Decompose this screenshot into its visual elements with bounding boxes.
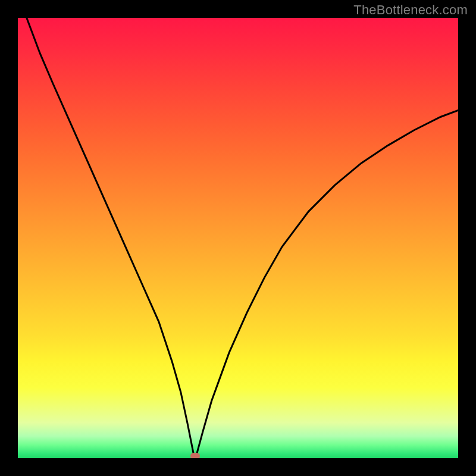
- chart-plot-area: [18, 18, 458, 458]
- watermark-text: TheBottleneck.com: [353, 2, 468, 18]
- optimal-marker: [190, 453, 200, 458]
- bottleneck-curve-line: [27, 18, 458, 456]
- curve-svg: [18, 18, 458, 458]
